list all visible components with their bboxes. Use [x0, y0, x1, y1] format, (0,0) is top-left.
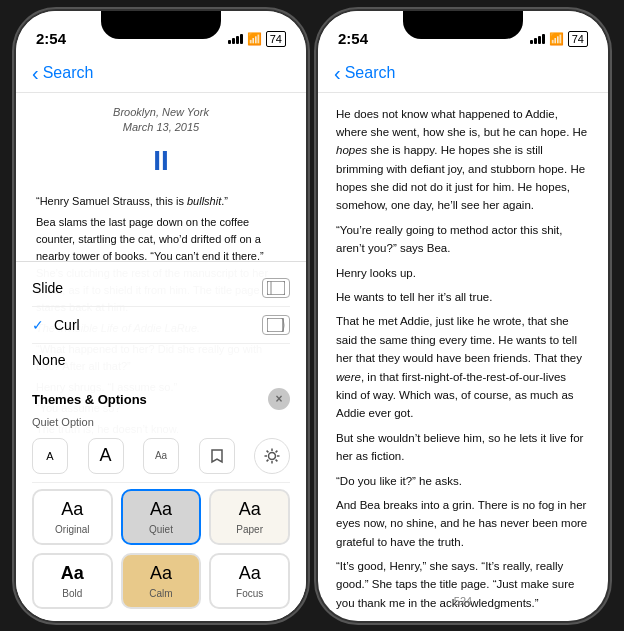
nav-bar-right: ‹ Search — [318, 55, 608, 93]
curl-icon — [262, 315, 290, 335]
themes-section: Themes & Options × Quiet Option A A Aa — [16, 382, 306, 621]
read-para-5: That he met Addie, just like he wrote, t… — [336, 312, 590, 422]
signal-icon — [228, 33, 243, 44]
themes-grid: Aa Original Aa Quiet Aa Paper Aa Bold — [32, 489, 290, 619]
theme-bold-name: Bold — [62, 588, 82, 599]
battery-left: 74 — [266, 31, 286, 47]
svg-line-8 — [267, 450, 269, 452]
bookmark-button[interactable] — [199, 438, 235, 474]
theme-paper-sample: Aa — [239, 499, 261, 520]
notch — [101, 11, 221, 39]
time-right: 2:54 — [338, 30, 368, 47]
wifi-icon: 📶 — [247, 32, 262, 46]
reading-content: He does not know what happened to Addie,… — [318, 93, 608, 621]
theme-focus-name: Focus — [236, 588, 263, 599]
themes-title-block: Themes & Options — [32, 390, 147, 408]
slide-option-slide[interactable]: Slide — [32, 270, 290, 307]
theme-calm-name: Calm — [149, 588, 172, 599]
wifi-icon-right: 📶 — [549, 32, 564, 46]
status-icons-left: 📶 74 — [228, 31, 286, 47]
book-chapter: II — [36, 139, 286, 182]
svg-line-9 — [276, 459, 278, 461]
quiet-option-label: Quiet Option — [32, 416, 94, 428]
theme-calm-sample: Aa — [150, 563, 172, 584]
theme-focus-sample: Aa — [239, 563, 261, 584]
read-para-7: “Do you like it?” he asks. — [336, 472, 590, 490]
book-title-section: Brooklyn, New YorkMarch 13, 2015 II — [36, 105, 286, 183]
theme-bold-sample: Aa — [61, 563, 84, 584]
theme-original-name: Original — [55, 524, 89, 535]
slide-option-curl[interactable]: ✓ Curl — [32, 307, 290, 344]
read-para-4: He wants to tell her it’s all true. — [336, 288, 590, 306]
signal-icon-right — [530, 33, 545, 44]
theme-calm[interactable]: Aa Calm — [121, 553, 202, 609]
close-button[interactable]: × — [268, 388, 290, 410]
theme-quiet-name: Quiet — [149, 524, 173, 535]
status-icons-right: 📶 74 — [530, 31, 588, 47]
slide-icon — [262, 278, 290, 298]
right-phone: 2:54 📶 74 ‹ Search He does not know what — [318, 11, 608, 621]
themes-header: Themes & Options × — [32, 388, 290, 410]
themes-title: Themes & Options — [32, 392, 147, 407]
read-para-10: “What?” — [336, 618, 590, 620]
curl-checkmark: ✓ — [32, 317, 44, 333]
svg-rect-2 — [267, 318, 283, 332]
time-left: 2:54 — [36, 30, 66, 47]
left-phone: 2:54 📶 74 ‹ Search Brooklyn, New — [16, 11, 306, 621]
theme-original-sample: Aa — [61, 499, 83, 520]
theme-original[interactable]: Aa Original — [32, 489, 113, 545]
read-para-3: Henry looks up. — [336, 264, 590, 282]
notch-right — [403, 11, 523, 39]
slide-option-none[interactable]: None — [32, 344, 290, 376]
theme-bold[interactable]: Aa Bold — [32, 553, 113, 609]
close-icon: × — [275, 392, 282, 406]
theme-focus[interactable]: Aa Focus — [209, 553, 290, 609]
svg-rect-0 — [267, 281, 285, 295]
svg-line-10 — [276, 450, 278, 452]
nav-bar-left: ‹ Search — [16, 55, 306, 93]
themes-subtitle: Quiet Option — [32, 416, 290, 428]
back-label-right: Search — [345, 64, 396, 82]
back-button-right[interactable]: ‹ Search — [334, 63, 395, 83]
back-chevron-left: ‹ — [32, 63, 39, 83]
back-button-left[interactable]: ‹ Search — [32, 63, 93, 83]
back-label-left: Search — [43, 64, 94, 82]
theme-paper-name: Paper — [236, 524, 263, 535]
font-size-row: A A Aa — [32, 434, 290, 483]
font-large-button[interactable]: A — [88, 438, 124, 474]
none-label: None — [32, 352, 65, 368]
para-1: “Henry Samuel Strauss, this is bullshit.… — [36, 193, 286, 210]
font-family-button[interactable]: Aa — [143, 438, 179, 474]
bottom-panel: Slide ✓ Curl None — [16, 261, 306, 621]
font-small-button[interactable]: A — [32, 438, 68, 474]
read-para-6: But she wouldn’t believe him, so he lets… — [336, 429, 590, 466]
read-para-2: “You’re really going to method actor thi… — [336, 221, 590, 258]
read-para-1: He does not know what happened to Addie,… — [336, 105, 590, 215]
slide-label: Slide — [32, 280, 63, 296]
page-number: 524 — [454, 593, 472, 611]
svg-point-3 — [269, 452, 276, 459]
brightness-button[interactable] — [254, 438, 290, 474]
theme-quiet[interactable]: Aa Quiet — [121, 489, 202, 545]
theme-paper[interactable]: Aa Paper — [209, 489, 290, 545]
curl-label: Curl — [54, 317, 80, 333]
svg-line-11 — [267, 459, 269, 461]
theme-quiet-sample: Aa — [150, 499, 172, 520]
battery-right: 74 — [568, 31, 588, 47]
book-location: Brooklyn, New YorkMarch 13, 2015 — [36, 105, 286, 136]
back-chevron-right: ‹ — [334, 63, 341, 83]
read-para-8: And Bea breaks into a grin. There is no … — [336, 496, 590, 551]
slide-options: Slide ✓ Curl None — [16, 262, 306, 382]
